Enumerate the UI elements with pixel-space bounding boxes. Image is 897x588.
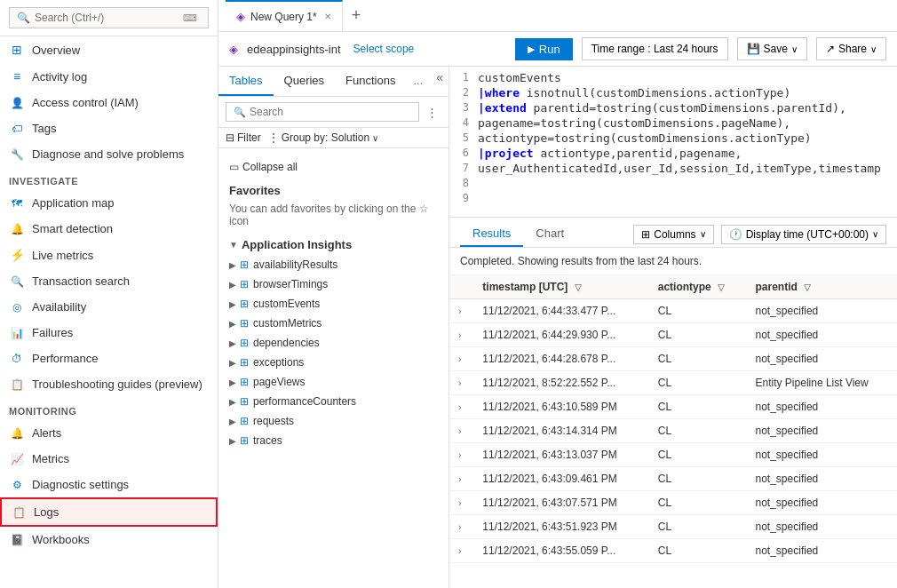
expand-icon[interactable]: › [458, 498, 461, 508]
schema-panel-collapse-button[interactable]: « [431, 67, 448, 96]
sidebar-item-performance[interactable]: ⏱ Performance [0, 346, 218, 371]
schema-table-row[interactable]: ▶⊞performanceCounters [218, 392, 448, 411]
table-row[interactable]: › 11/12/2021, 6:43:14.314 PM CL not_spec… [449, 419, 897, 443]
schema-search-more-icon[interactable]: ⋮ [423, 104, 441, 121]
sidebar-item-smart-detection[interactable]: 🔔 Smart detection [0, 216, 218, 242]
share-button[interactable]: ↗ Share ∨ [816, 37, 886, 60]
sidebar-item-diagnose[interactable]: 🔧 Diagnose and solve problems [0, 141, 218, 167]
row-expand-cell[interactable]: › [449, 539, 473, 563]
display-time-button[interactable]: 🕐 Display time (UTC+00:00) ∨ [721, 225, 886, 244]
schema-table-row[interactable]: ▶⊞customMetrics [218, 314, 448, 333]
row-expand-cell[interactable]: › [449, 467, 473, 491]
row-parentid: not_specified [747, 515, 897, 539]
expand-icon[interactable]: › [458, 378, 461, 388]
tab-new-query-1[interactable]: ◈ New Query 1* ✕ [226, 0, 343, 31]
col-header-parentid[interactable]: parentid ▽ [747, 275, 897, 299]
sidebar-item-activity-log[interactable]: ≡ Activity log [0, 63, 218, 90]
table-row[interactable]: › 11/12/2021, 6:43:10.589 PM CL not_spec… [449, 395, 897, 419]
table-row[interactable]: › 11/12/2021, 6:43:51.923 PM CL not_spec… [449, 515, 897, 539]
sidebar-item-overview[interactable]: ⊞ Overview [0, 36, 218, 63]
schema-table-row[interactable]: ▶⊞availabilityResults [218, 255, 448, 274]
row-actiontype: CL [649, 299, 747, 323]
sidebar-item-label: Performance [32, 352, 98, 365]
col-timestamp-sort-icon[interactable]: ▽ [575, 282, 582, 292]
query-editor[interactable]: 1customEvents2|where isnotnull(customDim… [449, 67, 897, 218]
expand-icon[interactable]: › [458, 354, 461, 364]
save-button[interactable]: 💾 Save ∨ [737, 37, 807, 60]
line-code: user_AuthenticatedId,user_Id,session_Id,… [478, 162, 881, 175]
results-tab-chart[interactable]: Chart [523, 221, 576, 247]
sidebar-search-box[interactable]: 🔍 ⌨ [9, 7, 209, 28]
expand-icon[interactable]: › [458, 306, 461, 316]
schema-tab-more-button[interactable]: ... [406, 67, 430, 96]
run-button[interactable]: ▶ Run [515, 38, 573, 60]
schema-collapse-all-button[interactable]: ▭ Collapse all [218, 155, 448, 179]
col-parentid-sort-icon[interactable]: ▽ [804, 282, 811, 292]
schema-search-box[interactable]: 🔍 [226, 102, 419, 122]
expand-icon[interactable]: › [458, 522, 461, 532]
col-actiontype-sort-icon[interactable]: ▽ [718, 282, 725, 292]
row-expand-cell[interactable]: › [449, 419, 473, 443]
time-range-button[interactable]: Time range : Last 24 hours [582, 37, 728, 60]
expand-icon[interactable]: › [458, 402, 461, 412]
select-scope-link[interactable]: Select scope [353, 43, 415, 55]
tab-close-button[interactable]: ✕ [324, 12, 331, 21]
sidebar-search-input[interactable] [35, 12, 183, 24]
expand-icon[interactable]: › [458, 474, 461, 484]
schema-table-row[interactable]: ▶⊞pageViews [218, 372, 448, 392]
table-row[interactable]: › 11/12/2021, 6:43:09.461 PM CL not_spec… [449, 467, 897, 491]
table-row[interactable]: › 11/12/2021, 6:44:29.930 P... CL not_sp… [449, 323, 897, 347]
row-expand-cell[interactable]: › [449, 371, 473, 395]
col-header-timestamp[interactable]: timestamp [UTC] ▽ [473, 275, 648, 299]
expand-icon[interactable]: › [458, 450, 461, 460]
sidebar-item-live-metrics[interactable]: ⚡ Live metrics [0, 242, 218, 268]
schema-group-by-button[interactable]: ⋮ Group by: Solution ∨ [268, 131, 378, 144]
sidebar-item-transaction-search[interactable]: 🔍 Transaction search [0, 268, 218, 294]
row-expand-cell[interactable]: › [449, 395, 473, 419]
app-insights-section-header[interactable]: ▼ Application Insights [218, 234, 448, 255]
expand-icon[interactable]: › [458, 546, 461, 556]
row-timestamp: 11/12/2021, 8:52:22.552 P... [473, 371, 648, 395]
schema-table-row[interactable]: ▶⊞dependencies [218, 333, 448, 353]
sidebar-item-availability[interactable]: ◎ Availability [0, 294, 218, 320]
schema-tab-functions[interactable]: Functions [335, 67, 406, 96]
row-expand-cell[interactable]: › [449, 347, 473, 371]
line-code [478, 192, 485, 205]
schema-table-row[interactable]: ▶⊞requests [218, 411, 448, 431]
sidebar-item-diagnostic-settings[interactable]: ⚙ Diagnostic settings [0, 472, 218, 497]
table-row[interactable]: › 11/12/2021, 6:43:55.059 P... CL not_sp… [449, 539, 897, 563]
table-row[interactable]: › 11/12/2021, 6:44:33.477 P... CL not_sp… [449, 299, 897, 323]
sidebar-item-tags[interactable]: 🏷 Tags [0, 115, 218, 141]
table-row[interactable]: › 11/12/2021, 6:43:13.037 PM CL not_spec… [449, 443, 897, 467]
table-row[interactable]: › 11/12/2021, 6:44:28.678 P... CL not_sp… [449, 347, 897, 371]
sidebar-item-access-control[interactable]: 👤 Access control (IAM) [0, 90, 218, 115]
schema-search-input[interactable] [250, 106, 411, 118]
row-expand-cell[interactable]: › [449, 515, 473, 539]
row-expand-cell[interactable]: › [449, 491, 473, 515]
expand-icon[interactable]: › [458, 330, 461, 340]
expand-icon[interactable]: › [458, 426, 461, 436]
sidebar-item-metrics[interactable]: 📈 Metrics [0, 446, 218, 472]
sidebar-item-application-map[interactable]: 🗺 Application map [0, 190, 218, 216]
schema-table-row[interactable]: ▶⊞traces [218, 431, 448, 450]
results-tab-results[interactable]: Results [460, 221, 523, 247]
schema-table-row[interactable]: ▶⊞customEvents [218, 294, 448, 314]
table-row[interactable]: › 11/12/2021, 6:43:07.571 PM CL not_spec… [449, 491, 897, 515]
schema-table-row[interactable]: ▶⊞exceptions [218, 353, 448, 372]
sidebar-item-failures[interactable]: 📊 Failures [0, 320, 218, 346]
schema-table-row[interactable]: ▶⊞browserTimings [218, 274, 448, 294]
sidebar-item-alerts[interactable]: 🔔 Alerts [0, 420, 218, 446]
columns-button[interactable]: ⊞ Columns ∨ [633, 225, 713, 244]
sidebar-item-logs[interactable]: 📋 Logs [0, 497, 218, 527]
sidebar-item-workbooks[interactable]: 📓 Workbooks [0, 527, 218, 552]
table-row[interactable]: › 11/12/2021, 8:52:22.552 P... CL Entity… [449, 371, 897, 395]
schema-tab-tables[interactable]: Tables [218, 67, 274, 96]
tab-add-button[interactable]: + [343, 6, 370, 25]
row-expand-cell[interactable]: › [449, 323, 473, 347]
schema-filter-button[interactable]: ⊟ Filter [226, 131, 261, 144]
row-expand-cell[interactable]: › [449, 299, 473, 323]
row-expand-cell[interactable]: › [449, 443, 473, 467]
col-header-actiontype[interactable]: actiontype ▽ [649, 275, 747, 299]
sidebar-item-troubleshooting[interactable]: 📋 Troubleshooting guides (preview) [0, 371, 218, 397]
schema-tab-queries[interactable]: Queries [274, 67, 336, 96]
